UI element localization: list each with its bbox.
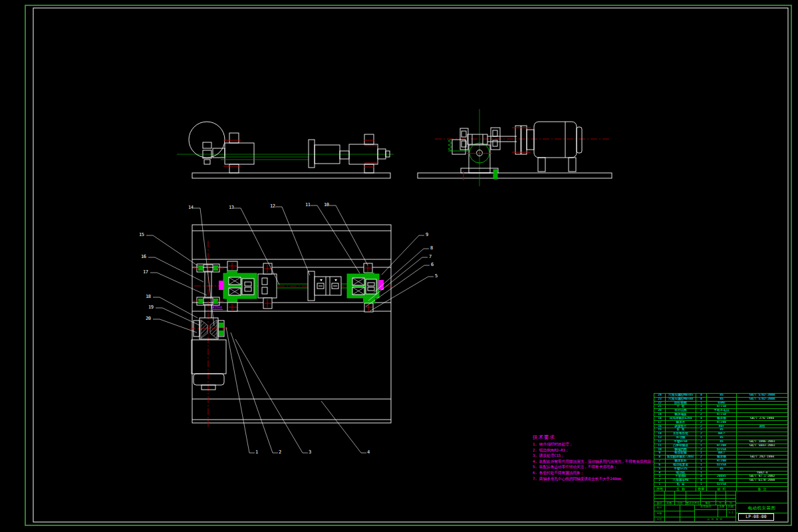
- parts-table: 24六角头螺栓M8×45445GB/T 5782-200023六角头螺栓M8×4…: [654, 393, 788, 492]
- leader-lines: [146, 205, 434, 453]
- label-sheet: 共 张 第 张: [696, 518, 734, 521]
- label-designer: 设计: [655, 506, 664, 509]
- label-checker: 审核: [655, 512, 664, 515]
- drawing-number: LP-08-00: [739, 514, 773, 520]
- drawing-title: 电动机安装图: [736, 504, 787, 512]
- parts-table-body: 24六角头螺栓M8×45445GB/T 5782-200023六角头螺栓M8×4…: [654, 394, 787, 487]
- view-side-elevation: [177, 122, 394, 178]
- view-plan: [190, 225, 398, 429]
- rev-header-date: 年、月、日: [716, 502, 735, 505]
- cad-drawing-canvas[interactable]: 1413121110987651516171819201234 Φ25k6 技术…: [0, 0, 798, 532]
- label-process: 工艺: [655, 518, 664, 521]
- rev-header-mark: 标记: [654, 502, 664, 505]
- rev-header-doc: 更改文件号: [686, 502, 700, 505]
- label-mass: 质量: [718, 505, 726, 509]
- shaft-fit-label: Φ25k6: [211, 305, 223, 310]
- title-block: 标记 处数 分区 更改文件号 签名 年、月、日 设计 审核 工艺 阶段标记 质量…: [654, 491, 788, 522]
- rev-header-sign: 签名: [700, 502, 716, 505]
- label-stage: 阶段标记: [695, 505, 717, 509]
- view-end-elevation: [418, 109, 612, 186]
- rev-header-zone: 分区: [674, 502, 686, 505]
- drawing-number-box: LP-08-00: [738, 513, 774, 521]
- rev-header-count: 处数: [664, 502, 674, 505]
- label-scale: 比例: [726, 505, 735, 509]
- scale-value: 1:1: [726, 511, 735, 515]
